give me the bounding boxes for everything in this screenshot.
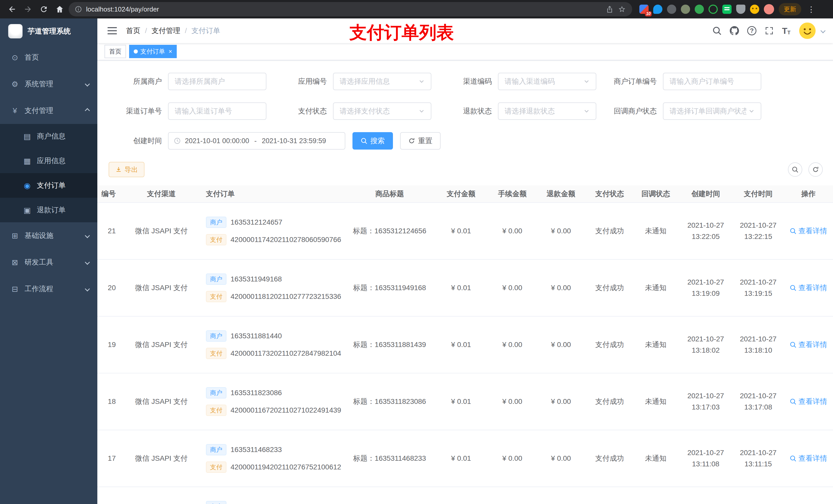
sidebar-item-workflow[interactable]: ⊟ 工作流程	[0, 275, 97, 302]
tab-home[interactable]: 首页	[104, 45, 126, 58]
pay-order-line: 支付4200001174202110278060590766	[206, 234, 341, 245]
cell-pay-time	[733, 487, 784, 504]
pay-order-line: 支付4200001173202110272847982104	[206, 348, 341, 359]
view-detail-link[interactable]: 查看详情	[790, 226, 827, 236]
view-detail-link[interactable]: 查看详情	[790, 340, 827, 350]
breadcrumb-separator: /	[145, 27, 147, 35]
sidebar-item-devtools[interactable]: ⊠ 研发工具	[0, 249, 97, 275]
extension-icon[interactable]	[709, 5, 718, 14]
user-avatar[interactable]	[799, 22, 816, 40]
pay-tag: 支付	[206, 461, 227, 473]
date: 2021-10-27	[740, 277, 777, 288]
create-time-range-picker[interactable]: 2021-10-01 00:00:00 - 2021-10-31 23:59:5…	[168, 132, 345, 149]
address-bar[interactable]: localhost:1024/pay/order	[69, 2, 632, 16]
extension-icon[interactable]	[653, 5, 662, 14]
refund-status-select[interactable]: 请选择退款状态	[498, 102, 596, 120]
browser-back-button[interactable]	[5, 2, 19, 16]
sidebar-item-label: 研发工具	[25, 257, 53, 267]
toggle-search-button[interactable]	[788, 162, 802, 177]
extension-icon[interactable]: 10	[639, 5, 648, 14]
site-info-icon[interactable]	[75, 6, 82, 13]
merchant-input[interactable]	[168, 73, 266, 90]
help-icon[interactable]: ?	[747, 26, 756, 35]
merchant-tag: 商户	[206, 330, 227, 342]
browser-update-button[interactable]: 更新	[779, 3, 801, 15]
export-button[interactable]: 导出	[109, 162, 144, 177]
cell-action	[784, 487, 833, 504]
sidebar-item-infrastructure[interactable]: ⊞ 基础设施	[0, 222, 97, 249]
app-title: 芋道管理系统	[28, 26, 71, 36]
breadcrumb-separator: /	[185, 27, 187, 35]
share-icon[interactable]	[605, 5, 614, 13]
merchant-order-no: 1635311823086	[231, 389, 282, 397]
search-icon[interactable]	[712, 26, 721, 35]
extension-icon[interactable]	[667, 5, 676, 14]
url-text[interactable]: localhost:1024/pay/order	[86, 5, 601, 13]
merchant-order-line: 商户1635311823086	[206, 387, 282, 399]
channel-code-select[interactable]: 请输入渠道编码	[498, 73, 596, 90]
extension-icon[interactable]	[695, 5, 704, 14]
view-detail-link[interactable]: 查看详情	[790, 283, 827, 293]
column-header-refund: 退款金额	[536, 186, 587, 202]
pay-order-line: 支付4200001194202110276752100612	[206, 461, 341, 473]
sidebar-item-label: 退款订单	[37, 205, 66, 215]
cell-notify	[633, 487, 679, 504]
cell-id: 18	[97, 374, 118, 430]
sidebar-item-label: 基础设施	[25, 231, 53, 240]
view-detail-link[interactable]: 查看详情	[790, 397, 827, 406]
merchant-order-no: 1635312124657	[231, 218, 282, 226]
sidebar-item-label: 支付管理	[25, 106, 53, 116]
app-logo[interactable]: 芋道管理系统	[0, 19, 97, 44]
browser-menu-icon[interactable]: ⋮	[806, 5, 817, 14]
sidebar-item-merchant-info[interactable]: ▤ 商户信息	[0, 124, 97, 148]
app-select[interactable]: 请选择应用信息	[333, 73, 431, 90]
browser-reload-button[interactable]	[37, 2, 51, 16]
select-placeholder: 请选择订单回调商户状态	[670, 106, 746, 116]
extension-icon[interactable]	[750, 5, 759, 14]
sidebar-item-payment[interactable]: ¥ 支付管理	[0, 97, 97, 124]
github-icon[interactable]	[730, 26, 739, 35]
view-detail-link[interactable]: 查看详情	[790, 454, 827, 463]
cell-create-time: 2021-10-2713:19:09	[679, 260, 733, 316]
cell-action: 查看详情	[784, 203, 833, 259]
tab-pay-order[interactable]: 支付订单 ×	[129, 45, 177, 58]
breadcrumb-item[interactable]: 首页	[126, 26, 140, 35]
sidebar-item-app-info[interactable]: ▦ 应用信息	[0, 148, 97, 173]
browser-forward-button[interactable]	[21, 2, 35, 16]
sidebar-item-refund-order[interactable]: ▣ 退款订单	[0, 198, 97, 222]
sidebar-item-home[interactable]: ⊙ 首页	[0, 44, 97, 71]
cell-id: 19	[97, 316, 118, 373]
pay-status-select[interactable]: 请选择支付状态	[333, 102, 431, 120]
view-detail-label: 查看详情	[799, 340, 827, 350]
filter-notify-status: 回调商户状态 请选择订单回调商户状态	[602, 102, 767, 120]
search-button[interactable]: 搜索	[353, 132, 393, 149]
content-area: 首页 / 支付管理 / 支付订单 支付订单列表 ? TT	[97, 19, 833, 504]
sidebar-item-system[interactable]: ⚙ 系统管理	[0, 71, 97, 97]
download-icon	[115, 166, 122, 173]
time: 13:11:08	[692, 458, 719, 470]
cell-amount: ¥ 0.01	[433, 430, 489, 486]
breadcrumb-item-current: 支付订单	[192, 26, 220, 35]
channel-order-no-input[interactable]	[168, 102, 266, 120]
reset-button[interactable]: 重置	[400, 132, 441, 149]
breadcrumb-item[interactable]: 支付管理	[152, 26, 180, 35]
extension-icon[interactable]	[722, 5, 732, 14]
browser-profile-avatar[interactable]	[764, 4, 774, 14]
table-row: 商户1635311517	[97, 487, 833, 504]
close-icon[interactable]: ×	[169, 48, 172, 55]
sidebar-item-pay-order[interactable]: ◉ 支付订单	[0, 173, 97, 198]
cell-notify: 未通知	[633, 203, 679, 259]
cell-fee: ¥ 0.00	[489, 316, 536, 373]
merchant-order-no-input[interactable]	[663, 73, 761, 90]
browser-home-button[interactable]	[53, 2, 67, 16]
pin-icon[interactable]	[736, 5, 745, 14]
fullscreen-icon[interactable]	[765, 26, 774, 35]
refresh-table-button[interactable]	[808, 162, 823, 177]
chevron-down-icon[interactable]	[820, 28, 826, 33]
bookmark-star-icon[interactable]	[618, 5, 626, 13]
extension-icon[interactable]	[681, 5, 690, 14]
notify-status-select[interactable]: 请选择订单回调商户状态	[663, 102, 761, 120]
cell-action: 查看详情	[784, 374, 833, 430]
hamburger-icon[interactable]	[108, 30, 117, 31]
font-size-icon[interactable]: TT	[782, 26, 790, 35]
